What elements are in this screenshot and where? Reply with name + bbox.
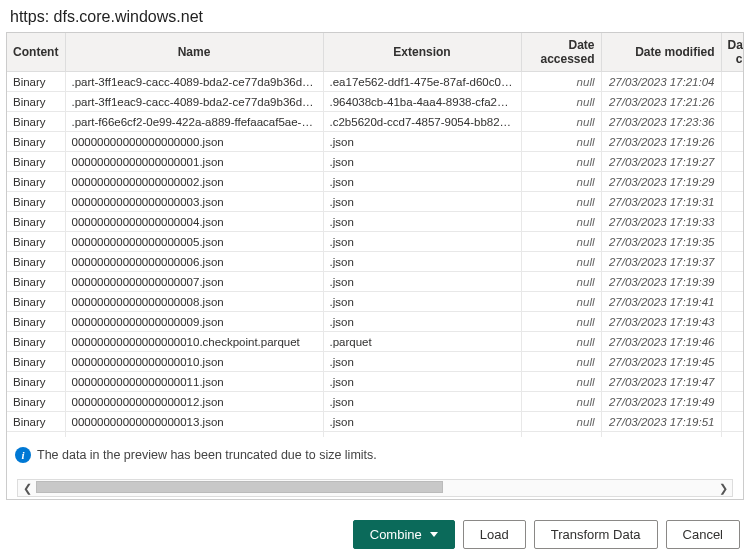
cell-date-accessed: null [521,72,601,92]
cell-name: 00000000000000000011.json [65,372,323,392]
table-row[interactable]: Binary00000000000000000002.json.jsonnull… [7,172,743,192]
cell-date-created [721,312,743,332]
cell-date-modified: 27/03/2023 17:19:41 [601,292,721,312]
cell-date-accessed: null [521,252,601,272]
cell-name: .part-3ff1eac9-cacc-4089-bda2-ce77da9b36… [65,92,323,112]
cell-date-modified: 27/03/2023 17:19:31 [601,192,721,212]
cell-extension: .json [323,132,521,152]
table-row[interactable]: Binary.part-f66e6cf2-0e99-422a-a889-ffef… [7,112,743,132]
cell-content: Binary [7,72,65,92]
cell-date-accessed: null [521,392,601,412]
cell-name: 00000000000000000013.json [65,412,323,432]
combine-label: Combine [370,527,422,542]
cell-extension: .json [323,392,521,412]
cell-extension: .parquet [323,332,521,352]
table-row[interactable]: Binary00000000000000000010.json.jsonnull… [7,352,743,372]
cell-content: Binary [7,332,65,352]
cell-date-created [721,212,743,232]
cell-date-created [721,292,743,312]
cell-date-modified: 27/03/2023 17:19:27 [601,152,721,172]
combine-button[interactable]: Combine [353,520,455,549]
table-row[interactable]: Binary00000000000000000006.json.jsonnull… [7,252,743,272]
cell-content: Binary [7,232,65,252]
table-row[interactable]: Binary00000000000000000004.json.jsonnull… [7,212,743,232]
cell-date-modified: 27/03/2023 17:19:51 [601,412,721,432]
cell-name: 00000000000000000008.json [65,292,323,312]
cell-date-modified: 27/03/2023 17:19:46 [601,332,721,352]
truncation-notice: i The data in the preview has been trunc… [7,437,743,473]
col-header-date-accessed[interactable]: Date accessed [521,33,601,72]
cell-date-accessed: null [521,192,601,212]
cell-date-created [721,172,743,192]
cell-content: Binary [7,112,65,132]
table-row[interactable]: Binary00000000000000000003.json.jsonnull… [7,192,743,212]
horizontal-scrollbar[interactable]: ❮ ❯ [17,479,733,497]
table-row[interactable]: Binary00000000000000000005.json.jsonnull… [7,232,743,252]
cell-date-modified: 27/03/2023 17:19:49 [601,392,721,412]
chevron-down-icon [430,532,438,537]
cell-extension: .json [323,372,521,392]
table-row[interactable]: Binary00000000000000000001.json.jsonnull… [7,152,743,172]
table-row[interactable]: Binary00000000000000000008.json.jsonnull… [7,292,743,312]
cell-date-created [721,352,743,372]
cell-date-modified: 27/03/2023 17:23:36 [601,112,721,132]
cell-content: Binary [7,432,65,438]
cell-name: 00000000000000000014.json [65,432,323,438]
cell-extension: .json [323,172,521,192]
table-row[interactable]: Binary.part-3ff1eac9-cacc-4089-bda2-ce77… [7,72,743,92]
cell-date-modified: 27/03/2023 17:19:26 [601,132,721,152]
table-row[interactable]: Binary00000000000000000007.json.jsonnull… [7,272,743,292]
table-row[interactable]: Binary00000000000000000012.json.jsonnull… [7,392,743,412]
cell-name: 00000000000000000010.json [65,352,323,372]
cell-content: Binary [7,252,65,272]
cell-extension: .json [323,252,521,272]
scroll-track[interactable] [36,480,714,496]
cell-date-accessed: null [521,332,601,352]
cell-content: Binary [7,212,65,232]
cell-name: 00000000000000000010.checkpoint.parquet [65,332,323,352]
cell-date-created [721,192,743,212]
table-row[interactable]: Binary00000000000000000011.json.jsonnull… [7,372,743,392]
scroll-thumb[interactable] [36,481,443,493]
cell-content: Binary [7,352,65,372]
table-row[interactable]: Binary00000000000000000014.json.jsonnull… [7,432,743,438]
cell-extension: .json [323,192,521,212]
header-row: Content Name Extension Date accessed Dat… [7,33,743,72]
scroll-right-arrow[interactable]: ❯ [714,480,732,496]
cell-date-accessed: null [521,112,601,132]
cell-extension: .ea17e562-ddf1-475e-87af-d60c0ebc64e4 [323,72,521,92]
transform-data-button[interactable]: Transform Data [534,520,658,549]
col-header-content[interactable]: Content [7,33,65,72]
table-row[interactable]: Binary.part-3ff1eac9-cacc-4089-bda2-ce77… [7,92,743,112]
table-row[interactable]: Binary00000000000000000010.checkpoint.pa… [7,332,743,352]
cancel-button[interactable]: Cancel [666,520,740,549]
cell-name: 00000000000000000002.json [65,172,323,192]
col-header-date-created[interactable]: Date c [721,33,743,72]
cell-extension: .json [323,432,521,438]
cell-date-modified: 27/03/2023 17:19:54 [601,432,721,438]
cell-extension: .json [323,352,521,372]
cell-extension: .json [323,412,521,432]
cell-extension: .json [323,272,521,292]
cell-date-modified: 27/03/2023 17:19:45 [601,352,721,372]
cell-date-modified: 27/03/2023 17:21:04 [601,72,721,92]
info-icon: i [15,447,31,463]
preview-table: Content Name Extension Date accessed Dat… [7,33,743,437]
table-row[interactable]: Binary00000000000000000013.json.jsonnull… [7,412,743,432]
col-header-extension[interactable]: Extension [323,33,521,72]
cell-date-created [721,112,743,132]
table-row[interactable]: Binary00000000000000000000.json.jsonnull… [7,132,743,152]
cell-name: 00000000000000000003.json [65,192,323,212]
cell-content: Binary [7,372,65,392]
cell-extension: .964038cb-41ba-4aa4-8938-cfa21930555b [323,92,521,112]
col-header-date-modified[interactable]: Date modified [601,33,721,72]
cell-date-accessed: null [521,292,601,312]
table-row[interactable]: Binary00000000000000000009.json.jsonnull… [7,312,743,332]
load-button[interactable]: Load [463,520,526,549]
cell-content: Binary [7,392,65,412]
scroll-left-arrow[interactable]: ❮ [18,480,36,496]
cell-date-created [721,432,743,438]
cell-content: Binary [7,92,65,112]
col-header-name[interactable]: Name [65,33,323,72]
cell-name: 00000000000000000009.json [65,312,323,332]
